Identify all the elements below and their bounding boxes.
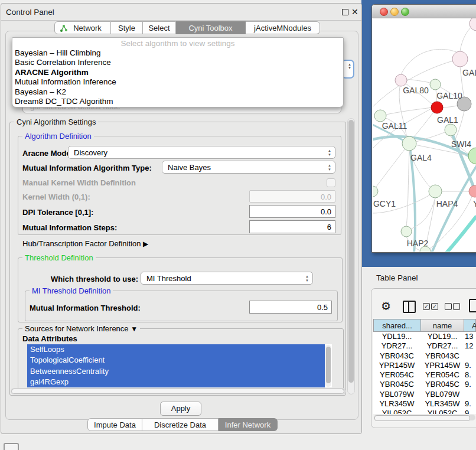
hub-definition-label: Hub/Transcription Factor Definition — [22, 239, 141, 248]
node-hap2[interactable] — [401, 226, 412, 237]
column-header-partial[interactable]: A — [464, 319, 476, 332]
table-horizontal-scrollbar[interactable] — [374, 415, 475, 420]
selected-value: MI Threshold — [146, 274, 191, 283]
control-panel-titlebar: Control Panel ✕ — [1, 4, 361, 21]
scrollbar-thumb[interactable] — [11, 389, 344, 394]
attribute-item-selected[interactable]: gal4RGexp — [27, 377, 325, 387]
node-gal80[interactable] — [395, 74, 407, 86]
attributes-scrollbar[interactable] — [325, 345, 331, 387]
node-label-hap4: HAP4 — [436, 199, 458, 208]
tab-jactivemnodules[interactable]: jActiveMNodules — [246, 21, 320, 34]
unchecked-checkbox-icon[interactable] — [445, 303, 452, 310]
algorithm-option[interactable]: Dream8 DC_TDC Algorithm — [14, 97, 340, 106]
tab-discretize-data[interactable]: Discretize Data — [142, 418, 219, 431]
node-label-gal10: GAL10 — [436, 91, 462, 100]
node-y[interactable] — [469, 185, 476, 197]
scrollbar-thumb[interactable] — [326, 347, 331, 383]
sources-toggle[interactable]: Sources for Network Inference ▼ — [22, 324, 140, 333]
node-gal[interactable] — [452, 51, 468, 67]
close-traffic-light[interactable] — [380, 8, 388, 16]
unchecked-checkbox-icon[interactable] — [453, 303, 460, 310]
tab-impute-data[interactable]: Impute Data — [87, 418, 142, 431]
checked-checkbox-icon[interactable]: ✓ — [423, 303, 430, 310]
node-gal4[interactable] — [402, 136, 416, 151]
aracne-mode-select[interactable]: Discovery ▲▼ — [68, 146, 335, 159]
node-hap4[interactable] — [429, 185, 442, 198]
table-row[interactable]: YIL052CYIL052C9 — [373, 409, 476, 414]
table-row[interactable]: YBL079WYBL079W — [373, 390, 476, 399]
close-icon[interactable]: ✕ — [351, 7, 358, 17]
node-gal1[interactable] — [431, 102, 443, 113]
table-row[interactable]: YBR045CYBR045C9. — [373, 380, 476, 389]
node-swi4[interactable] — [445, 124, 457, 136]
scrollbar-thumb[interactable] — [348, 120, 354, 383]
data-attributes-label: Data Attributes — [22, 334, 77, 343]
attribute-item-selected[interactable]: TopologicalCoefficient — [27, 355, 325, 366]
network-canvas[interactable]: GAL GAL80 GAL10 GAL1 GAL11 SWI4 GAL4 GCY… — [373, 18, 476, 252]
network-graph: GAL GAL80 GAL10 GAL1 GAL11 SWI4 GAL4 GCY… — [373, 18, 476, 252]
checked-checkbox-icon[interactable]: ✓ — [431, 303, 438, 310]
node-label-y: Y — [473, 199, 476, 208]
algorithm-option[interactable]: Bayesian – Hill Climbing — [14, 48, 340, 58]
table-row[interactable]: YBR043CYBR043C — [373, 351, 476, 361]
document-icon[interactable] — [469, 299, 476, 312]
gear-icon[interactable]: ⚙ — [381, 299, 391, 313]
table-row[interactable]: YDR27...YDR27...12 — [373, 341, 476, 351]
settings-horizontal-scrollbar[interactable] — [11, 388, 346, 394]
control-panel-window: Control Panel ✕ Network Style Select Cyn… — [1, 3, 362, 434]
which-threshold-select[interactable]: MI Threshold ▲▼ — [141, 272, 313, 285]
control-panel-title: Control Panel — [6, 8, 54, 17]
group-title: MI Threshold Definition — [30, 286, 113, 295]
mi-threshold-field[interactable]: 0.5 — [249, 301, 332, 314]
group-title: Threshold Definition — [22, 253, 96, 262]
node-table[interactable]: YDL19...YDL19...13 YDR27...YDR27...12 YB… — [373, 332, 476, 414]
network-window-titlebar[interactable] — [372, 5, 476, 18]
column-layout-icon[interactable] — [403, 301, 416, 313]
selected-value: Naive Bayes — [168, 163, 211, 172]
node-right-green[interactable] — [468, 148, 476, 164]
settings-vertical-scrollbar[interactable] — [347, 118, 355, 394]
manual-kernel-checkbox[interactable] — [327, 178, 335, 187]
attribute-item-selected[interactable]: SelfLoops — [27, 344, 325, 355]
algorithm-option[interactable]: Bayesian – K2 — [14, 87, 340, 97]
algorithm-option[interactable]: Mutual Information Inference — [14, 77, 340, 87]
tab-infer-network[interactable]: Infer Network — [219, 418, 278, 431]
attribute-item-selected[interactable]: BetweennessCentrality — [27, 366, 325, 377]
column-header-name[interactable]: name — [420, 319, 464, 332]
table-panel-title: Table Panel — [376, 273, 418, 282]
table-row[interactable]: YPR145WYPR145W9. — [373, 361, 476, 370]
dpi-tolerance-field[interactable]: 0.0 — [249, 205, 335, 218]
algorithm-option[interactable]: Basic Correlation Inference — [14, 58, 340, 67]
network-view-window[interactable]: GAL GAL80 GAL10 GAL1 GAL11 SWI4 GAL4 GCY… — [371, 4, 476, 253]
node-label-gal11: GAL11 — [382, 121, 407, 131]
data-attributes-list[interactable]: SelfLoops TopologicalCoefficient Between… — [27, 344, 332, 387]
apply-button[interactable]: Apply — [160, 402, 201, 416]
float-window-icon[interactable] — [342, 9, 348, 15]
node-top-partial[interactable] — [470, 18, 476, 31]
node-green-small[interactable] — [430, 79, 441, 90]
tab-cyni-toolbox[interactable]: Cyni Toolbox — [176, 21, 246, 34]
node-gcy1[interactable] — [373, 186, 378, 197]
node-label-gal4: GAL4 — [410, 153, 432, 162]
table-row[interactable]: YER054CYER054C8. — [373, 370, 476, 380]
mi-type-select[interactable]: Naive Bayes ▲▼ — [162, 161, 335, 174]
table-row[interactable]: YDL19...YDL19...13 — [373, 332, 476, 341]
kernel-width-label: Kernel Width (0,1): — [22, 193, 90, 201]
minimize-traffic-light[interactable] — [390, 8, 399, 16]
kernel-width-field[interactable]: 0.0 — [249, 190, 335, 203]
scrollbar-thumb[interactable] — [374, 415, 470, 421]
node-label-gal80: GAL80 — [403, 86, 429, 95]
algorithm-option-selected[interactable]: ARACNE Algorithm — [14, 68, 340, 77]
tab-select[interactable]: Select — [143, 21, 176, 34]
popup-header: Select algorithm to view settings — [12, 39, 343, 48]
zoom-traffic-light[interactable] — [401, 8, 409, 16]
table-row[interactable]: YLR345WYLR345W9. — [373, 399, 476, 409]
tab-style[interactable]: Style — [111, 21, 143, 34]
algorithm-dropdown-popup: Select algorithm to view settings Bayesi… — [12, 37, 344, 107]
mi-steps-field[interactable]: 6 — [249, 220, 335, 233]
tab-network[interactable]: Network — [54, 21, 111, 34]
column-header-shared[interactable]: shared... — [373, 319, 421, 332]
dock-button-partial[interactable] — [4, 443, 19, 450]
node-gal11[interactable] — [374, 110, 386, 122]
hub-definition-toggle[interactable]: Hub/Transcription Factor Definition ▶ — [22, 239, 148, 248]
